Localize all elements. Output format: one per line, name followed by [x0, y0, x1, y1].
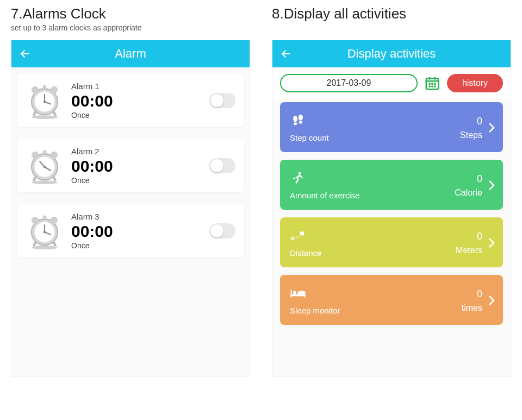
- svg-point-7: [51, 86, 58, 93]
- alarm-clock-icon: [26, 147, 64, 185]
- svg-point-9: [32, 180, 58, 184]
- svg-point-6: [32, 86, 39, 93]
- chevron-right-icon: [487, 120, 496, 136]
- svg-point-25: [51, 217, 58, 224]
- arrow-left-icon: [279, 47, 293, 60]
- activity-label: Amount of exercise: [290, 191, 455, 200]
- svg-point-16: [51, 152, 58, 159]
- activity-unit: Calorie: [455, 188, 482, 198]
- alarm-appbar-title: Alarm: [11, 47, 250, 61]
- svg-point-34: [429, 86, 430, 87]
- alarm-name: Alarm 2: [71, 147, 202, 156]
- arrow-left-icon: [18, 47, 32, 60]
- svg-point-39: [299, 114, 303, 120]
- activities-toolbar: 2017-03-09 history: [272, 67, 511, 99]
- activity-label: Sleep monitor: [290, 306, 462, 315]
- history-button[interactable]: history: [447, 74, 503, 92]
- svg-point-36: [434, 86, 436, 87]
- calendar-icon: [424, 75, 440, 91]
- section-sub-activities: [272, 23, 511, 33]
- svg-point-43: [291, 237, 293, 239]
- activities-screen: Display activities 2017-03-09 history: [272, 40, 511, 377]
- activity-value: 0: [460, 116, 482, 127]
- svg-point-37: [293, 116, 297, 122]
- svg-rect-17: [43, 151, 47, 154]
- alarm-name: Alarm 3: [71, 212, 202, 221]
- chevron-right-icon: [487, 292, 496, 309]
- calendar-button[interactable]: [423, 74, 442, 92]
- activities-appbar-title: Display activities: [272, 47, 511, 61]
- activity-unit: Meters: [456, 246, 482, 255]
- alarm-row[interactable]: Alarm 1 00:00 Once: [17, 74, 244, 127]
- svg-rect-44: [291, 290, 292, 298]
- svg-point-47: [293, 291, 296, 294]
- section-heading-activities: 8.Display all activities: [272, 5, 511, 22]
- chevron-right-icon: [487, 177, 496, 193]
- svg-point-31: [429, 84, 430, 85]
- route-icon: [290, 229, 306, 243]
- svg-rect-46: [304, 294, 305, 297]
- alarm-toggle[interactable]: [209, 93, 235, 108]
- activity-card-steps[interactable]: Step count 0 Steps: [280, 102, 503, 152]
- activity-label: Step count: [290, 133, 460, 142]
- alarm-time: 00:00: [71, 157, 202, 175]
- alarm-appbar: Alarm: [11, 40, 250, 67]
- activity-unit: times: [462, 303, 482, 313]
- svg-point-35: [432, 86, 433, 87]
- activity-value: 0: [462, 289, 482, 300]
- alarm-time: 00:00: [71, 92, 202, 110]
- alarm-time: 00:00: [71, 222, 202, 240]
- alarm-clock-icon: [26, 212, 64, 250]
- alarm-toggle[interactable]: [209, 158, 235, 173]
- svg-point-33: [434, 84, 436, 85]
- alarm-clock-icon: [26, 82, 64, 120]
- section-heading-alarms: 7.Alarms Clock: [11, 5, 250, 22]
- svg-point-38: [294, 122, 297, 125]
- activity-card-distance[interactable]: Distance 0 Meters: [280, 217, 503, 267]
- svg-point-24: [32, 217, 39, 224]
- svg-point-15: [32, 152, 39, 159]
- activity-value: 0: [456, 231, 482, 242]
- date-selector[interactable]: 2017-03-09: [280, 74, 418, 92]
- alarm-list: Alarm 1 00:00 Once: [11, 67, 250, 264]
- bed-icon: [290, 286, 306, 300]
- svg-point-32: [432, 84, 433, 85]
- activity-value: 0: [455, 173, 482, 185]
- alarm-repeat: Once: [71, 176, 202, 185]
- section-sub-alarms: set up to 3 alarm clocks as appropriate: [11, 23, 250, 33]
- activity-card-sleep[interactable]: Sleep monitor 0 times: [280, 275, 503, 325]
- chevron-right-icon: [487, 235, 496, 251]
- activity-card-exercise[interactable]: Amount of exercise 0 Calorie: [280, 160, 503, 210]
- svg-rect-26: [43, 216, 47, 220]
- alarm-row[interactable]: Alarm 3 00:00 Once: [17, 204, 244, 258]
- alarm-repeat: Once: [71, 241, 202, 250]
- running-icon: [290, 171, 306, 185]
- svg-point-40: [299, 121, 303, 123]
- svg-point-41: [299, 172, 301, 174]
- activities-appbar: Display activities: [272, 40, 511, 67]
- activity-label: Distance: [290, 248, 456, 258]
- activities-list: Step count 0 Steps Amount of: [272, 99, 511, 328]
- alarm-toggle[interactable]: [209, 223, 235, 239]
- svg-point-0: [32, 115, 58, 119]
- activity-unit: Steps: [460, 130, 482, 140]
- footprints-icon: [290, 114, 306, 128]
- svg-rect-45: [291, 294, 306, 296]
- alarm-repeat: Once: [71, 111, 202, 120]
- svg-rect-8: [43, 85, 47, 89]
- svg-point-18: [32, 246, 58, 249]
- alarm-row[interactable]: Alarm 2 00:00 Once: [17, 139, 244, 192]
- alarm-name: Alarm 1: [71, 82, 202, 91]
- back-button[interactable]: [11, 40, 39, 67]
- back-button[interactable]: [272, 40, 300, 67]
- alarm-screen: Alarm Alarm 1 00:00 Once: [11, 40, 250, 377]
